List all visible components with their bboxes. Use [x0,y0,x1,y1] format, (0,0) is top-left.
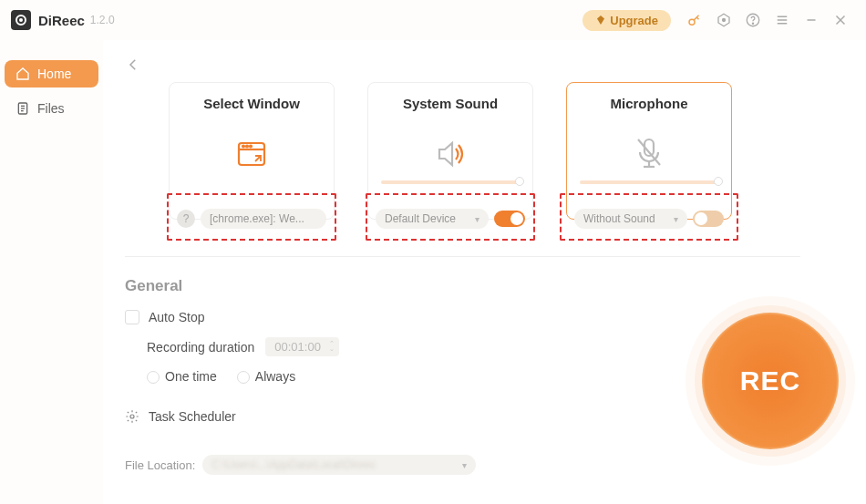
system-volume-slider[interactable] [381,180,520,184]
mic-volume-slider[interactable] [580,180,718,184]
files-icon [15,101,30,116]
card-mic-title: Microphone [567,96,731,111]
app-logo [11,10,31,30]
always-label: Always [255,369,295,384]
minimize-icon[interactable] [799,7,824,33]
window-help-icon[interactable]: ? [177,210,195,228]
autostop-checkbox[interactable] [125,310,139,324]
card-system-sound: System Sound Default Device▾ [367,82,533,220]
card-microphone: Microphone Without Sound▾ [566,82,732,220]
system-device-dropdown[interactable]: Default Device▾ [376,209,489,229]
sidebar-item-files[interactable]: Files [5,95,98,122]
svg-point-2 [723,19,726,22]
app-version: 1.2.0 [90,14,115,26]
always-radio[interactable] [237,371,250,384]
help-icon[interactable] [740,7,766,33]
mic-device-dropdown[interactable]: Without Sound▾ [574,209,687,229]
back-button[interactable] [125,57,141,77]
key-icon[interactable] [682,7,707,33]
speaker-icon [368,129,532,179]
onetime-label: One time [165,369,217,384]
main-panel: Select Window ? [chrome.exe]: We... [103,40,866,504]
duration-input[interactable]: 00:01:00 [265,337,339,356]
window-select-dropdown[interactable]: [chrome.exe]: We... [201,209,326,229]
file-location-value: C:\Users\...\AppData\Local\Direec [211,458,376,471]
diamond-icon [595,15,606,26]
card-select-window: Select Window ? [chrome.exe]: We... [169,82,335,220]
mic-toggle[interactable] [693,211,724,227]
card-system-title: System Sound [368,96,532,111]
task-scheduler-label: Task Scheduler [149,409,236,424]
mic-value: Without Sound [583,212,655,225]
app-name: DiReec [38,13,85,28]
svg-point-4 [752,23,753,24]
general-heading: General [125,277,844,295]
chevron-down-icon: ▾ [674,214,678,224]
system-sound-toggle[interactable] [494,211,525,227]
titlebar: DiReec 1.2.0 Upgrade [0,0,866,40]
svg-point-17 [242,146,244,148]
sidebar-files-label: Files [37,101,65,116]
sidebar: Home Files [0,40,103,504]
home-icon [15,67,30,81]
svg-point-24 [130,415,134,418]
onetime-radio[interactable] [147,371,160,384]
always-option[interactable]: Always [237,369,295,384]
sidebar-item-home[interactable]: Home [5,60,98,87]
sidebar-home-label: Home [37,67,71,81]
chevron-down-icon: ▾ [462,460,467,470]
close-icon[interactable] [828,7,853,33]
duration-value: 00:01:00 [274,340,321,354]
window-value: [chrome.exe]: We... [210,212,304,225]
onetime-option[interactable]: One time [147,369,217,384]
chevron-down-icon: ▾ [475,214,479,224]
record-label: REC [740,365,800,396]
upgrade-button[interactable]: Upgrade [582,10,671,31]
svg-point-18 [246,146,248,148]
upgrade-label: Upgrade [610,14,658,27]
mic-off-icon [567,129,731,179]
record-settings-icon[interactable] [711,7,737,33]
duration-label: Recording duration [147,340,254,355]
card-window-title: Select Window [170,96,334,111]
file-location-field[interactable]: C:\Users\...\AppData\Local\Direec▾ [202,455,476,475]
record-button[interactable]: REC [702,313,839,449]
autostop-label: Auto Stop [149,310,205,324]
svg-point-19 [250,146,252,148]
file-location-label: File Location: [125,458,195,472]
system-value: Default Device [385,212,456,225]
gear-icon [125,409,139,424]
menu-icon[interactable] [769,7,795,33]
window-icon [170,129,334,179]
